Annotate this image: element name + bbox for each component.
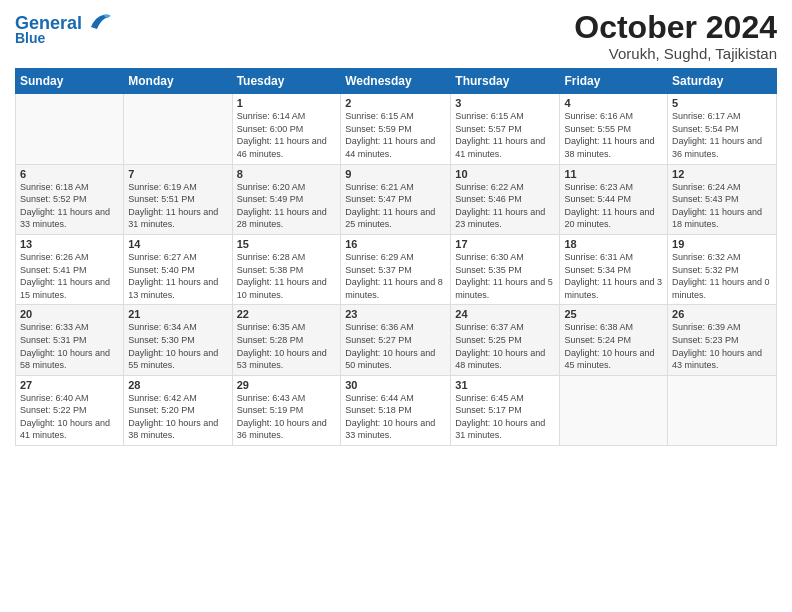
calendar-cell: 20Sunrise: 6:33 AMSunset: 5:31 PMDayligh… <box>16 305 124 375</box>
calendar-cell: 14Sunrise: 6:27 AMSunset: 5:40 PMDayligh… <box>124 234 232 304</box>
day-info: Sunrise: 6:38 AMSunset: 5:24 PMDaylight:… <box>564 321 663 371</box>
calendar-cell: 23Sunrise: 6:36 AMSunset: 5:27 PMDayligh… <box>341 305 451 375</box>
calendar-week-row: 1Sunrise: 6:14 AMSunset: 6:00 PMDaylight… <box>16 94 777 164</box>
day-number: 1 <box>237 97 337 109</box>
day-info: Sunrise: 6:35 AMSunset: 5:28 PMDaylight:… <box>237 321 337 371</box>
calendar-cell <box>668 375 777 445</box>
day-info: Sunrise: 6:22 AMSunset: 5:46 PMDaylight:… <box>455 181 555 231</box>
day-number: 3 <box>455 97 555 109</box>
calendar-cell: 1Sunrise: 6:14 AMSunset: 6:00 PMDaylight… <box>232 94 341 164</box>
day-number: 28 <box>128 379 227 391</box>
day-number: 8 <box>237 168 337 180</box>
day-number: 15 <box>237 238 337 250</box>
calendar-table: SundayMondayTuesdayWednesdayThursdayFrid… <box>15 68 777 446</box>
day-number: 22 <box>237 308 337 320</box>
calendar-cell: 15Sunrise: 6:28 AMSunset: 5:38 PMDayligh… <box>232 234 341 304</box>
day-info: Sunrise: 6:32 AMSunset: 5:32 PMDaylight:… <box>672 251 772 301</box>
calendar-cell: 29Sunrise: 6:43 AMSunset: 5:19 PMDayligh… <box>232 375 341 445</box>
day-info: Sunrise: 6:29 AMSunset: 5:37 PMDaylight:… <box>345 251 446 301</box>
day-number: 12 <box>672 168 772 180</box>
day-info: Sunrise: 6:15 AMSunset: 5:59 PMDaylight:… <box>345 110 446 160</box>
calendar-cell: 24Sunrise: 6:37 AMSunset: 5:25 PMDayligh… <box>451 305 560 375</box>
day-info: Sunrise: 6:15 AMSunset: 5:57 PMDaylight:… <box>455 110 555 160</box>
day-info: Sunrise: 6:18 AMSunset: 5:52 PMDaylight:… <box>20 181 119 231</box>
day-info: Sunrise: 6:28 AMSunset: 5:38 PMDaylight:… <box>237 251 337 301</box>
calendar-cell <box>124 94 232 164</box>
calendar-cell: 25Sunrise: 6:38 AMSunset: 5:24 PMDayligh… <box>560 305 668 375</box>
day-number: 10 <box>455 168 555 180</box>
day-info: Sunrise: 6:36 AMSunset: 5:27 PMDaylight:… <box>345 321 446 371</box>
weekday-header: Thursday <box>451 69 560 94</box>
day-info: Sunrise: 6:30 AMSunset: 5:35 PMDaylight:… <box>455 251 555 301</box>
calendar-cell: 31Sunrise: 6:45 AMSunset: 5:17 PMDayligh… <box>451 375 560 445</box>
calendar-cell: 17Sunrise: 6:30 AMSunset: 5:35 PMDayligh… <box>451 234 560 304</box>
day-number: 20 <box>20 308 119 320</box>
calendar-cell: 28Sunrise: 6:42 AMSunset: 5:20 PMDayligh… <box>124 375 232 445</box>
calendar-cell: 7Sunrise: 6:19 AMSunset: 5:51 PMDaylight… <box>124 164 232 234</box>
day-number: 2 <box>345 97 446 109</box>
day-info: Sunrise: 6:14 AMSunset: 6:00 PMDaylight:… <box>237 110 337 160</box>
day-number: 29 <box>237 379 337 391</box>
day-number: 16 <box>345 238 446 250</box>
day-number: 5 <box>672 97 772 109</box>
day-info: Sunrise: 6:34 AMSunset: 5:30 PMDaylight:… <box>128 321 227 371</box>
calendar-cell: 8Sunrise: 6:20 AMSunset: 5:49 PMDaylight… <box>232 164 341 234</box>
calendar-cell: 18Sunrise: 6:31 AMSunset: 5:34 PMDayligh… <box>560 234 668 304</box>
day-number: 26 <box>672 308 772 320</box>
weekday-header: Friday <box>560 69 668 94</box>
calendar-cell: 9Sunrise: 6:21 AMSunset: 5:47 PMDaylight… <box>341 164 451 234</box>
calendar-cell: 16Sunrise: 6:29 AMSunset: 5:37 PMDayligh… <box>341 234 451 304</box>
page-subtitle: Vorukh, Sughd, Tajikistan <box>574 45 777 62</box>
day-number: 31 <box>455 379 555 391</box>
day-info: Sunrise: 6:40 AMSunset: 5:22 PMDaylight:… <box>20 392 119 442</box>
day-number: 14 <box>128 238 227 250</box>
calendar-cell: 2Sunrise: 6:15 AMSunset: 5:59 PMDaylight… <box>341 94 451 164</box>
page: General Blue October 2024 Vorukh, Sughd,… <box>0 0 792 612</box>
calendar-cell: 21Sunrise: 6:34 AMSunset: 5:30 PMDayligh… <box>124 305 232 375</box>
weekday-header: Sunday <box>16 69 124 94</box>
day-number: 17 <box>455 238 555 250</box>
day-number: 25 <box>564 308 663 320</box>
day-info: Sunrise: 6:37 AMSunset: 5:25 PMDaylight:… <box>455 321 555 371</box>
weekday-header: Wednesday <box>341 69 451 94</box>
day-number: 11 <box>564 168 663 180</box>
calendar-cell: 19Sunrise: 6:32 AMSunset: 5:32 PMDayligh… <box>668 234 777 304</box>
day-number: 9 <box>345 168 446 180</box>
calendar-week-row: 27Sunrise: 6:40 AMSunset: 5:22 PMDayligh… <box>16 375 777 445</box>
weekday-header: Tuesday <box>232 69 341 94</box>
day-number: 27 <box>20 379 119 391</box>
calendar-week-row: 20Sunrise: 6:33 AMSunset: 5:31 PMDayligh… <box>16 305 777 375</box>
logo-bird-icon <box>89 13 111 31</box>
day-number: 18 <box>564 238 663 250</box>
calendar-cell: 3Sunrise: 6:15 AMSunset: 5:57 PMDaylight… <box>451 94 560 164</box>
calendar-cell <box>560 375 668 445</box>
day-info: Sunrise: 6:31 AMSunset: 5:34 PMDaylight:… <box>564 251 663 301</box>
calendar-cell: 22Sunrise: 6:35 AMSunset: 5:28 PMDayligh… <box>232 305 341 375</box>
day-number: 19 <box>672 238 772 250</box>
calendar-cell <box>16 94 124 164</box>
calendar-cell: 6Sunrise: 6:18 AMSunset: 5:52 PMDaylight… <box>16 164 124 234</box>
day-info: Sunrise: 6:42 AMSunset: 5:20 PMDaylight:… <box>128 392 227 442</box>
day-info: Sunrise: 6:27 AMSunset: 5:40 PMDaylight:… <box>128 251 227 301</box>
day-info: Sunrise: 6:44 AMSunset: 5:18 PMDaylight:… <box>345 392 446 442</box>
logo: General Blue <box>15 14 111 46</box>
calendar-header-row: SundayMondayTuesdayWednesdayThursdayFrid… <box>16 69 777 94</box>
calendar-cell: 4Sunrise: 6:16 AMSunset: 5:55 PMDaylight… <box>560 94 668 164</box>
page-title: October 2024 <box>574 10 777 45</box>
calendar-cell: 5Sunrise: 6:17 AMSunset: 5:54 PMDaylight… <box>668 94 777 164</box>
calendar-cell: 30Sunrise: 6:44 AMSunset: 5:18 PMDayligh… <box>341 375 451 445</box>
calendar-cell: 27Sunrise: 6:40 AMSunset: 5:22 PMDayligh… <box>16 375 124 445</box>
day-info: Sunrise: 6:21 AMSunset: 5:47 PMDaylight:… <box>345 181 446 231</box>
calendar-cell: 26Sunrise: 6:39 AMSunset: 5:23 PMDayligh… <box>668 305 777 375</box>
weekday-header: Saturday <box>668 69 777 94</box>
day-info: Sunrise: 6:43 AMSunset: 5:19 PMDaylight:… <box>237 392 337 442</box>
day-number: 7 <box>128 168 227 180</box>
day-info: Sunrise: 6:16 AMSunset: 5:55 PMDaylight:… <box>564 110 663 160</box>
day-number: 4 <box>564 97 663 109</box>
day-number: 23 <box>345 308 446 320</box>
day-info: Sunrise: 6:24 AMSunset: 5:43 PMDaylight:… <box>672 181 772 231</box>
day-info: Sunrise: 6:26 AMSunset: 5:41 PMDaylight:… <box>20 251 119 301</box>
day-info: Sunrise: 6:39 AMSunset: 5:23 PMDaylight:… <box>672 321 772 371</box>
day-number: 30 <box>345 379 446 391</box>
day-info: Sunrise: 6:17 AMSunset: 5:54 PMDaylight:… <box>672 110 772 160</box>
